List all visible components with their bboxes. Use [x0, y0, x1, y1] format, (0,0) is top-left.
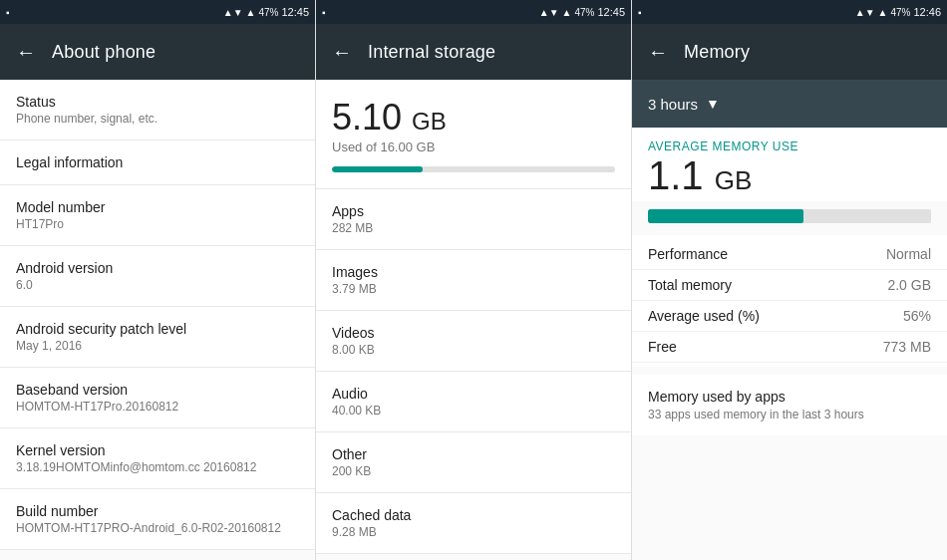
sb2-wifi-icon: ▲	[562, 7, 572, 18]
storage-other-name: Other	[332, 446, 615, 462]
memory-bar	[648, 209, 931, 223]
stat-label-avg-used: Average used (%)	[648, 308, 760, 324]
memory-title: Memory	[684, 42, 750, 63]
stat-value-performance: Normal	[886, 246, 931, 262]
about-item-security-subtitle: May 1, 2016	[16, 339, 299, 353]
about-item-security-title: Android security patch level	[16, 321, 299, 337]
storage-videos-name: Videos	[332, 325, 615, 341]
memory-stat-avg-used: Average used (%) 56%	[632, 301, 947, 332]
avg-memory-section: Average memory use 1.1 GB	[632, 128, 947, 201]
stat-value-avg-used: 56%	[903, 308, 931, 324]
sb3-notification-icon: ▪	[638, 7, 642, 18]
back-button-2[interactable]: ←	[332, 42, 352, 62]
about-item-android-version[interactable]: Android version 6.0	[0, 246, 315, 307]
about-item-model[interactable]: Model number HT17Pro	[0, 185, 315, 246]
storage-images-size: 3.79 MB	[332, 282, 615, 296]
memory-stats-list: Performance Normal Total memory 2.0 GB A…	[632, 235, 947, 367]
storage-title: Internal storage	[368, 42, 495, 63]
stat-label-free: Free	[648, 339, 677, 355]
about-phone-panel: ▪ ▲▼ ▲ 47% 12:45 ← About phone Status Ph…	[0, 0, 316, 560]
stat-value-total: 2.0 GB	[887, 277, 931, 293]
status-bar-3: ▪ ▲▼ ▲ 47% 12:46	[632, 0, 947, 24]
battery-label-2: 47%	[574, 7, 594, 18]
status-bar-2: ▪ ▲▼ ▲ 47% 12:45	[316, 0, 631, 24]
signal-icon: ▲▼	[223, 7, 243, 18]
memory-bar-fill	[648, 209, 803, 223]
storage-videos-size: 8.00 KB	[332, 343, 615, 357]
about-phone-title: About phone	[52, 42, 156, 63]
time-selector-label: 3 hours	[648, 96, 698, 113]
about-item-baseband[interactable]: Baseband version HOMTOM-HT17Pro.20160812	[0, 368, 315, 428]
storage-cached-size: 9.28 MB	[332, 525, 615, 539]
storage-list: 5.10 GB Used of 16.00 GB Apps 282 MB Ima…	[316, 80, 631, 560]
sb3-left-icons: ▪	[638, 7, 642, 18]
sb-right-section: ▲▼ ▲ 47% 12:45	[223, 6, 309, 18]
time-selector[interactable]: 3 hours ▼	[632, 80, 947, 128]
about-item-model-title: Model number	[16, 199, 299, 215]
about-item-baseband-title: Baseband version	[16, 382, 299, 398]
about-item-build[interactable]: Build number HOMTOM-HT17PRO-Android_6.0-…	[0, 489, 315, 550]
storage-item-audio[interactable]: Audio 40.00 KB	[316, 372, 631, 432]
about-phone-topbar: ← About phone	[0, 24, 315, 80]
wifi-icon: ▲	[246, 7, 256, 18]
battery-label-3: 47%	[890, 7, 910, 18]
storage-total-label: Used of 16.00 GB	[332, 140, 615, 154]
memory-apps-subtitle: 33 apps used memory in the last 3 hours	[648, 408, 931, 421]
memory-apps-section[interactable]: Memory used by apps 33 apps used memory …	[632, 375, 947, 435]
about-item-legal[interactable]: Legal information	[0, 140, 315, 185]
about-item-android-version-title: Android version	[16, 260, 299, 276]
avg-gb-unit: GB	[715, 165, 753, 195]
about-phone-list: Status Phone number, signal, etc. Legal …	[0, 80, 315, 560]
time-label-3: 12:46	[913, 6, 941, 18]
memory-stat-performance: Performance Normal	[632, 239, 947, 270]
about-item-kernel-title: Kernel version	[16, 442, 299, 458]
storage-cached-name: Cached data	[332, 507, 615, 523]
storage-bar-fill	[332, 166, 423, 172]
storage-item-apps[interactable]: Apps 282 MB	[316, 189, 631, 250]
avg-gb-number: 1.1	[648, 153, 704, 197]
time-label-2: 12:45	[597, 6, 625, 18]
about-item-build-subtitle: HOMTOM-HT17PRO-Android_6.0-R02-20160812	[16, 521, 299, 535]
stat-value-free: 773 MB	[883, 339, 931, 355]
storage-bar	[332, 166, 615, 172]
storage-used-value: 5.10 GB	[332, 100, 615, 136]
time-label-1: 12:45	[281, 6, 309, 18]
back-button-1[interactable]: ←	[16, 42, 36, 62]
stat-label-total: Total memory	[648, 277, 732, 293]
memory-content: Average memory use 1.1 GB Performance No…	[632, 128, 947, 560]
storage-item-cached[interactable]: Cached data 9.28 MB	[316, 493, 631, 554]
sb3-wifi-icon: ▲	[878, 7, 888, 18]
storage-audio-name: Audio	[332, 386, 615, 402]
about-item-android-version-subtitle: 6.0	[16, 278, 299, 292]
about-item-status[interactable]: Status Phone number, signal, etc.	[0, 80, 315, 140]
sb3-right-section: ▲▼ ▲ 47% 12:46	[855, 6, 941, 18]
about-item-status-subtitle: Phone number, signal, etc.	[16, 112, 299, 126]
storage-item-images[interactable]: Images 3.79 MB	[316, 250, 631, 311]
storage-audio-size: 40.00 KB	[332, 404, 615, 418]
storage-usage-header: 5.10 GB Used of 16.00 GB	[316, 80, 631, 189]
storage-item-videos[interactable]: Videos 8.00 KB	[316, 311, 631, 372]
sb3-signal-icon: ▲▼	[855, 7, 875, 18]
back-button-3[interactable]: ←	[648, 42, 668, 62]
memory-panel: ▪ ▲▼ ▲ 47% 12:46 ← Memory 3 hours ▼ Aver…	[632, 0, 947, 560]
memory-stat-total: Total memory 2.0 GB	[632, 270, 947, 301]
internal-storage-panel: ▪ ▲▼ ▲ 47% 12:45 ← Internal storage 5.10…	[316, 0, 632, 560]
storage-gb-number: 5.10	[332, 97, 402, 138]
about-item-status-title: Status	[16, 94, 299, 110]
about-item-security-patch[interactable]: Android security patch level May 1, 2016	[0, 307, 315, 368]
about-item-baseband-subtitle: HOMTOM-HT17Pro.20160812	[16, 400, 299, 414]
about-item-model-subtitle: HT17Pro	[16, 217, 299, 231]
storage-item-other[interactable]: Other 200 KB	[316, 432, 631, 493]
memory-stat-free: Free 773 MB	[632, 332, 947, 363]
about-item-kernel[interactable]: Kernel version 3.18.19HOMTOMinfo@homtom.…	[0, 428, 315, 489]
avg-memory-label: Average memory use	[648, 140, 931, 153]
stat-label-performance: Performance	[648, 246, 728, 262]
storage-topbar: ← Internal storage	[316, 24, 631, 80]
storage-apps-name: Apps	[332, 203, 615, 219]
avg-memory-value: 1.1 GB	[648, 153, 931, 197]
memory-topbar: ← Memory	[632, 24, 947, 80]
about-item-build-title: Build number	[16, 503, 299, 519]
notification-icon: ▪	[6, 7, 10, 18]
about-item-legal-title: Legal information	[16, 154, 299, 170]
sb-left-icons: ▪	[6, 7, 10, 18]
